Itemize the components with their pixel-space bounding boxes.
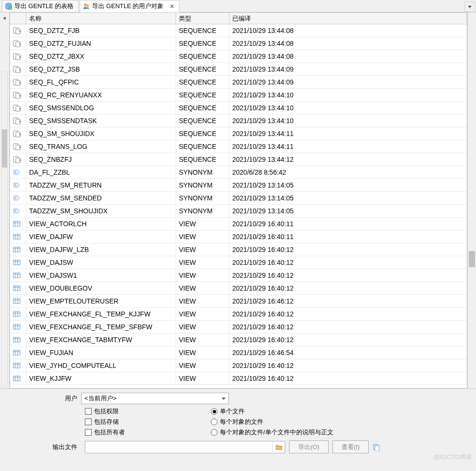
table-row[interactable]: VIEW_DAJFWVIEW2021/10/29 16:40:11 [10,230,467,243]
row-compiled: 2021/10/29 16:40:12 [229,256,467,269]
tab-0[interactable]: +导出 GENTLE 的表格 [2,0,79,12]
grid-body[interactable]: +SEQ_DZTZ_FJBSEQUENCE2021/10/29 13:44:08… [10,24,467,388]
row-type: SEQUENCE [176,102,229,114]
seq-icon: + [13,65,21,73]
user-icon [83,3,90,10]
checkbox-include-privileges[interactable]: 包括权限 [85,407,125,416]
tab-1[interactable]: 导出 GENTLE 的用户对象× [80,0,179,12]
table-row[interactable]: VIEW_DAJSWVIEW2021/10/29 16:40:12 [10,256,467,269]
table-row[interactable]: +SEQ_TRANS_LOGSEQUENCE2021/10/29 13:44:1… [10,140,467,153]
row-name: SEQ_DZTZ_JBXX [26,50,176,63]
table-row[interactable]: VIEW_EMPTELOUTERUSERVIEW2021/10/29 16:46… [10,295,467,308]
svg-point-39 [15,185,17,186]
table-row[interactable]: VIEW_FEXCHANGE_TABMTYFWVIEW2021/10/29 16… [10,334,467,346]
row-compiled: 2021/10/29 13:44:11 [229,127,467,140]
row-icon-cell: + [10,37,26,50]
browse-folder-button[interactable] [272,441,285,453]
table-row[interactable]: +SEQ_DZTZ_JSBSEQUENCE2021/10/29 13:44:09 [10,63,467,76]
svg-text:+: + [19,81,21,85]
view-icon [13,362,21,369]
tab-bar: +导出 GENTLE 的表格导出 GENTLE 的用户对象× [0,0,476,12]
database-icon: + [5,3,12,10]
close-icon[interactable]: × [170,2,174,10]
user-select[interactable]: <当前用户> [81,393,229,404]
table-row[interactable]: VIEW_FUJIANVIEW2021/10/29 16:46:54 [10,346,467,359]
seq-icon: + [13,91,21,99]
view-button[interactable]: 查看(I) [332,440,369,453]
table-row[interactable]: VIEW_DAJFW_LZBVIEW2021/10/29 16:40:12 [10,243,467,256]
row-icon-cell: + [10,24,26,37]
table-row[interactable]: +SEQ_DZTZ_FUJIANSEQUENCE2021/10/29 13:44… [10,37,467,50]
user-select-value: <当前用户> [84,394,116,403]
table-row[interactable]: +SEQ_ZNBZFJSEQUENCE2021/10/29 13:44:12 [10,153,467,166]
table-row[interactable]: +SEQ_RC_RENYUANXXSEQUENCE2021/10/29 13:4… [10,89,467,102]
output-file-input[interactable] [85,441,285,453]
svg-text:+: + [19,106,21,111]
row-compiled: 2021/10/29 16:40:12 [229,243,467,256]
gutter-collapse-icon[interactable]: ◄ [0,12,9,23]
tab-dropdown-button[interactable] [465,1,475,12]
header-name[interactable]: 名称 [26,13,176,24]
view-icon [13,259,21,266]
svg-text:+: + [19,42,21,47]
svg-text:+: + [10,7,11,10]
table-row[interactable]: TADZZW_SM_SENDEDSYNONYM2021/10/29 13:14:… [10,192,467,205]
vertical-scrollbar[interactable] [467,12,476,388]
radio-file-per-object[interactable]: 每个对象的文件 [211,418,333,426]
table-row[interactable]: VIEW_FEXCHANGE_FL_TEMP_KJJFWVIEW2021/10/… [10,308,467,321]
radio-file-per-object-desc[interactable]: 每个对象的文件/单个文件中的说明与正文 [211,428,333,437]
row-name: VIEW_FEXCHANGE_FL_TEMP_SFBFW [26,321,176,333]
row-icon-cell: + [10,140,26,153]
svg-text:+: + [19,55,21,60]
row-compiled: 2021/10/29 13:14:05 [229,192,467,204]
scrollbar-thumb[interactable] [469,251,475,267]
table-row[interactable]: VIEW_KJJFWVIEW2021/10/29 16:40:12 [10,372,467,385]
table-row[interactable]: DA_FL_ZZBLSYNONYM2020/6/28 8:56:42 [10,166,467,179]
row-type: SEQUENCE [176,76,229,88]
seq-icon: + [13,27,21,34]
header-type[interactable]: 类型 [176,13,229,24]
row-type: SYNONYM [176,179,229,191]
row-type: VIEW [176,243,229,256]
table-row[interactable]: VIEW_DOUBLEGOVVIEW2021/10/29 16:40:12 [10,282,467,295]
table-row[interactable]: +SEQ_FL_QFPICSEQUENCE2021/10/29 13:44:09 [10,76,467,89]
tab-label: 导出 GENTLE 的表格 [14,2,73,10]
table-row[interactable]: +SEQ_SM_SHOUJIDXSEQUENCE2021/10/29 13:44… [10,127,467,140]
table-row[interactable]: TADZZW_SM_SHOUJIDXSYNONYM2021/10/29 13:1… [10,205,467,218]
svg-text:+: + [19,132,21,137]
header-compiled[interactable]: 已编译 [229,13,467,24]
table-row[interactable]: VIEW_FEXCHANGE_FL_TEMP_SFBFWVIEW2021/10/… [10,321,467,334]
table-row[interactable]: +SEQ_SMSSENDTASKSEQUENCE2021/10/29 13:44… [10,115,467,127]
row-compiled: 2021/10/29 16:40:12 [229,321,467,333]
radio-single-file[interactable]: 单个文件 [211,407,333,416]
table-row[interactable]: VIEW_ACTORLCHVIEW2021/10/29 16:40:11 [10,218,467,230]
row-type: VIEW [176,256,229,269]
row-type: VIEW [176,269,229,282]
table-row[interactable]: +SEQ_DZTZ_FJBSEQUENCE2021/10/29 13:44:08 [10,24,467,37]
row-type: SYNONYM [176,205,229,217]
export-button[interactable]: 导出(O) [289,440,329,453]
table-row[interactable]: +SEQ_DZTZ_JBXXSEQUENCE2021/10/29 13:44:0… [10,50,467,63]
checkbox-include-owner[interactable]: 包括所有者 [85,428,125,437]
row-compiled: 2021/10/29 13:44:11 [229,140,467,153]
table-row[interactable]: +SEQ_SMSSENDLOGSEQUENCE2021/10/29 13:44:… [10,102,467,115]
svg-text:+: + [19,94,21,98]
view-icon [13,272,21,279]
gutter-scrollbar[interactable] [1,72,8,387]
view-icon [13,349,21,356]
table-row[interactable]: VIEW_DAJSW1VIEW2021/10/29 16:40:12 [10,269,467,282]
row-name: VIEW_ACTORLCH [26,218,176,230]
row-compiled: 2021/10/29 13:44:12 [229,153,467,166]
row-compiled: 2021/10/29 13:14:05 [229,179,467,191]
svg-text:+: + [19,119,21,124]
header-icon-col[interactable] [10,13,26,24]
table-row[interactable]: VIEW_JYHD_COMPUTEALLVIEW2021/10/29 16:40… [10,359,467,372]
seq-icon: + [13,130,21,137]
table-row[interactable]: TADZZW_SM_RETURNSYNONYM2021/10/29 13:14:… [10,179,467,192]
svg-point-38 [15,172,17,173]
svg-text:+: + [19,158,21,163]
tab-label: 导出 GENTLE 的用户对象 [92,2,164,10]
checkbox-include-storage[interactable]: 包括存储 [85,418,125,426]
svg-rect-90 [13,376,20,381]
copy-icon[interactable] [373,443,380,451]
